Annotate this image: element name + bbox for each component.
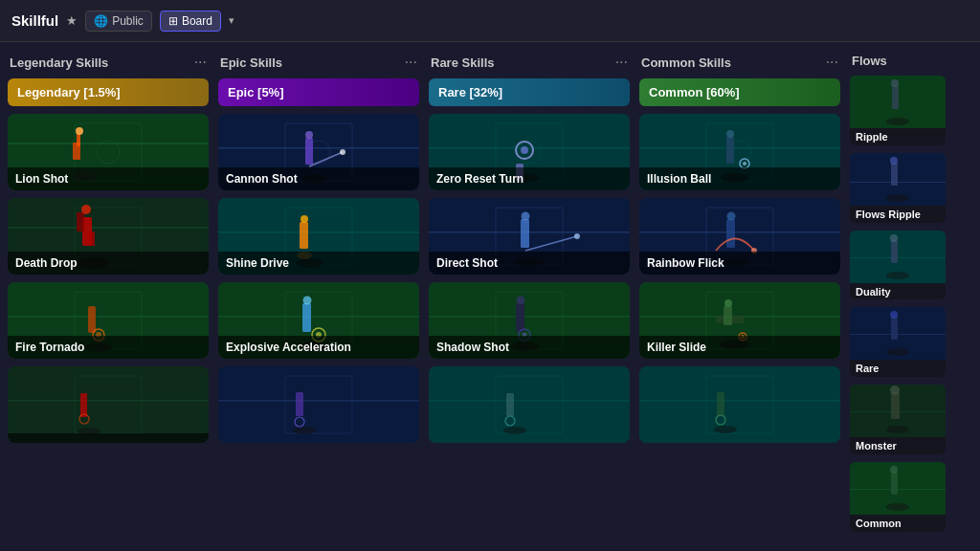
card-image-death-drop: Death Drop [8,198,209,275]
card-fire-tornado[interactable]: Fire Tornado [8,282,209,359]
svg-rect-30 [218,147,419,149]
card-label-shadow-shot: Shadow Shot [429,336,630,359]
card-cannon-shot[interactable]: Cannon Shot [218,114,419,190]
svg-rect-83 [429,366,630,443]
board-view-badge[interactable]: ⊞ Board [160,11,221,32]
svg-rect-24 [8,400,209,402]
flow-item-common[interactable]: Common [850,462,946,532]
svg-rect-60 [429,147,630,149]
card-label-death-drop: Death Drop [8,252,209,275]
app-title: Skillful [11,12,58,29]
svg-point-143 [890,386,900,395]
svg-point-136 [886,348,909,356]
card-image-shadow-shot: Shadow Shot [429,282,630,359]
card-rare-4[interactable] [429,366,630,443]
card-explosive-acceleration[interactable]: Explosive Acceleration [218,282,419,359]
flow-image-ripple [850,76,946,128]
column-title-rare: Rare Skills [431,55,495,70]
board-container: Legendary Skills ··· Legendary [1.5%] [0,42,980,551]
visibility-label: Public [112,14,144,28]
svg-point-35 [305,131,313,139]
flow-item-rare[interactable]: Rare [850,307,946,377]
card-label-legendary-4 [8,433,209,443]
svg-rect-147 [891,472,898,495]
card-label-killer-slide: Killer Slide [639,336,840,359]
column-title-legendary: Legendary Skills [10,55,108,70]
svg-point-74 [574,233,580,239]
svg-point-128 [890,157,898,165]
svg-point-131 [886,272,909,279]
card-image-lion-shot: Lion Shot [8,114,209,190]
flow-image-common [850,462,946,515]
card-label-lion-shot: Lion Shot [8,167,209,190]
card-death-drop[interactable]: Death Drop [8,198,209,275]
flow-item-ripple[interactable]: Ripple [850,76,946,145]
card-label-zero-reset-turn: Zero Reset Turn [429,167,630,190]
svg-point-117 [714,426,737,433]
legendary-badge[interactable]: Legendary [1.5%] [8,78,209,106]
svg-rect-34 [305,138,313,165]
svg-point-138 [890,311,898,319]
svg-rect-118 [717,392,724,416]
column-header-flows: Flows [850,54,946,68]
card-lion-shot[interactable]: Lion Shot [8,114,209,190]
card-shadow-shot[interactable]: Shadow Shot [429,282,630,359]
svg-rect-27 [80,393,87,417]
svg-rect-20 [88,306,96,333]
rare-badge[interactable]: Rare [32%] [429,78,630,106]
common-badge[interactable]: Common [60%] [639,78,840,106]
svg-point-7 [76,127,83,135]
svg-rect-53 [218,366,419,443]
svg-rect-115 [639,400,840,402]
svg-point-14 [81,205,91,214]
svg-rect-76 [429,316,630,318]
svg-point-146 [886,503,909,511]
card-shine-drive[interactable]: Shine Drive [218,198,419,275]
column-menu-epic[interactable]: ··· [405,54,417,71]
column-legendary: Legendary Skills ··· Legendary [1.5%] [8,54,209,540]
flow-item-duality[interactable]: Duality [850,231,946,300]
card-common-4[interactable] [639,366,840,443]
column-menu-rare[interactable]: ··· [615,54,628,71]
svg-point-103 [727,212,736,221]
card-zero-reset-turn[interactable]: Zero Reset Turn [429,114,630,190]
column-title-common: Common Skills [641,55,731,70]
svg-point-148 [890,466,898,474]
card-killer-slide[interactable]: Killer Slide [639,282,840,359]
svg-rect-54 [218,400,419,402]
svg-rect-84 [429,400,630,402]
svg-rect-49 [302,303,311,332]
flow-item-monster[interactable]: Monster [850,385,946,454]
column-header-rare: Rare Skills ··· [429,54,630,71]
column-header-legendary: Legendary Skills ··· [8,54,209,71]
svg-point-121 [886,118,909,125]
card-rainbow-flick[interactable]: Rainbow Flick [639,198,840,275]
flow-label-flows-ripple: Flows Ripple [850,206,946,223]
flow-label-duality: Duality [850,283,946,300]
card-label-rainbow-flick: Rainbow Flick [639,252,840,275]
card-label-explosive-acceleration: Explosive Acceleration [218,336,419,359]
svg-rect-15 [89,231,95,246]
legendary-cards: Lion Shot Death Drop [8,114,209,443]
flow-label-monster: Monster [850,437,946,454]
epic-badge[interactable]: Epic [5%] [218,78,419,106]
card-label-fire-tornado: Fire Tornado [8,336,209,359]
star-icon[interactable]: ★ [66,13,78,28]
card-legendary-4[interactable] [8,366,209,443]
svg-rect-79 [516,303,524,332]
card-image-killer-slide: Killer Slide [639,282,840,359]
flow-item-flows-ripple[interactable]: Flows Ripple [850,153,946,223]
card-direct-shot[interactable]: Direct Shot [429,198,630,275]
svg-rect-94 [726,137,734,164]
svg-rect-87 [506,393,514,416]
column-menu-legendary[interactable]: ··· [194,54,207,71]
column-menu-common[interactable]: ··· [826,54,838,71]
card-illusion-ball[interactable]: Illusion Ball [639,114,840,190]
card-image-epic-4 [218,366,419,443]
visibility-badge[interactable]: 🌐 Public [85,11,152,32]
card-epic-4[interactable] [218,366,419,443]
svg-point-126 [886,194,909,202]
chevron-down-icon[interactable]: ▾ [229,14,234,27]
svg-point-97 [743,162,746,165]
svg-rect-132 [891,240,898,263]
